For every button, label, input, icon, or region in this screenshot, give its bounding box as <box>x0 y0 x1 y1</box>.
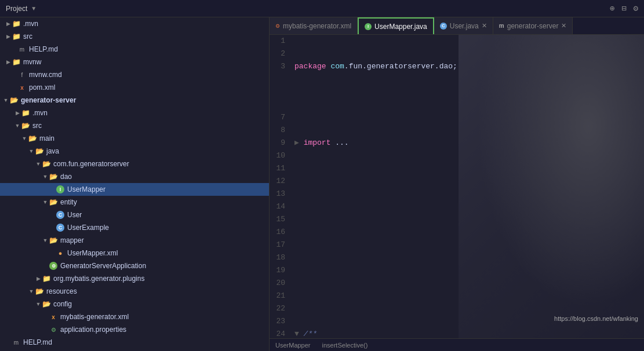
status-class: UserMapper <box>275 342 311 349</box>
arrow-icon: ▶ <box>5 21 12 27</box>
sidebar-item-src1[interactable]: ▶ 📁 src <box>0 30 269 43</box>
sidebar-item-label: config <box>53 300 72 308</box>
spring-icon: ⚙ <box>49 261 58 270</box>
sidebar-item-usermapperxml[interactable]: ● UserMapper.xml <box>0 247 269 259</box>
tab-generator-server[interactable]: m generator-server ✕ <box>493 17 573 34</box>
folder-icon: 📁 <box>42 274 51 283</box>
sidebar-item-label: GeneratorServerApplication <box>60 262 146 270</box>
title-icons: ⊕ ⊟ ⚙ <box>610 3 638 13</box>
sidebar-item-src2[interactable]: ▼ 📂 src <box>0 119 269 132</box>
arrow-icon: ▼ <box>2 97 9 103</box>
sidebar-item-userexample[interactable]: C UserExample <box>0 221 269 234</box>
class-icon: C <box>56 210 65 220</box>
xml-icon: ● <box>56 248 65 258</box>
sidebar-item-label: HELP.md <box>29 45 58 53</box>
arrow-icon: ▶ <box>5 59 12 65</box>
sidebar-item-appproperties[interactable]: ⚙ application.properties <box>0 323 269 336</box>
globe-icon[interactable]: ⊕ <box>610 3 614 13</box>
sidebar-item-java[interactable]: ▼ 📂 java <box>0 145 269 158</box>
sidebar-item-label: dao <box>60 173 72 181</box>
folder-icon: 📂 <box>42 159 51 169</box>
interface-icon: I <box>56 185 65 194</box>
tab-mybatis-generator-xml[interactable]: ⚙ mybatis-generator.xml <box>270 17 358 34</box>
tab-module-icon: m <box>499 23 504 29</box>
sidebar-item-generator-server-root[interactable]: ▼ 📂 generator-server <box>0 94 269 107</box>
sidebar-item-mapper[interactable]: ▼ 📂 mapper <box>0 234 269 247</box>
xml-icon: x <box>49 312 58 321</box>
editor-area: ⚙ mybatis-generator.xml I UserMapper.jav… <box>270 17 644 351</box>
sidebar[interactable]: ▶ 📁 .mvn ▶ 📁 src m HELP.md ▶ 📁 mvnw f mv… <box>0 17 270 351</box>
sidebar-item-config[interactable]: ▼ 📂 config <box>0 298 269 310</box>
code-editor[interactable]: 1 2 3 7 8 9 10 11 12 13 14 15 16 17 18 1… <box>270 35 644 338</box>
folder-icon: 📂 <box>9 96 19 105</box>
sidebar-item-label: entity <box>60 198 77 206</box>
arrow-icon: ▼ <box>28 288 35 294</box>
tab-label: UserMapper.java <box>374 23 427 31</box>
md-icon: m <box>17 45 27 54</box>
sidebar-item-helpmd2[interactable]: m HELP.md <box>0 336 269 349</box>
sidebar-item-mvnwcmd[interactable]: f mvnw.cmd <box>0 68 269 81</box>
sidebar-item-mybatisxml[interactable]: x mybatis-generator.xml <box>0 310 269 323</box>
folder-icon: 📂 <box>49 198 58 207</box>
settings-icon[interactable]: ⚙ <box>634 3 638 13</box>
tab-label: generator-server <box>507 22 559 30</box>
sidebar-item-generatorapp[interactable]: ⚙ GeneratorServerApplication <box>0 259 269 272</box>
sidebar-item-label: main <box>39 134 54 142</box>
sidebar-item-label: resources <box>46 287 77 295</box>
arrow-icon: ▼ <box>42 199 49 205</box>
sidebar-item-mvnw[interactable]: ▶ 📁 mvnw <box>0 56 269 68</box>
sidebar-item-dao[interactable]: ▼ 📂 dao <box>0 170 269 183</box>
sidebar-item-label: java <box>46 147 59 155</box>
arrow-icon: ▶ <box>35 276 42 281</box>
sidebar-item-label: mapper <box>60 236 84 244</box>
tab-xml-icon: ⚙ <box>275 23 280 29</box>
tab-label: mybatis-generator.xml <box>283 22 351 30</box>
tab-class-icon: C <box>440 23 447 30</box>
sidebar-item-user[interactable]: C User <box>0 209 269 221</box>
arrow-icon: ▼ <box>14 123 21 129</box>
tab-label: User.java <box>450 22 479 30</box>
sidebar-item-label: UserMapper <box>67 185 105 193</box>
sidebar-item-label: org.mybatis.generator.plugins <box>53 275 144 283</box>
tab-close-button[interactable]: ✕ <box>561 22 566 30</box>
sidebar-item-mvn2[interactable]: ▶ 📁 .mvn <box>0 107 269 119</box>
arrow-icon: ▼ <box>42 174 49 180</box>
sidebar-item-label: HELP.md <box>23 338 52 346</box>
md-icon: m <box>12 338 21 347</box>
sidebar-item-label: com.fun.generatorserver <box>53 160 129 168</box>
code-line-7 <box>294 290 639 302</box>
sidebar-item-label: generator-server <box>21 96 76 104</box>
sidebar-item-mvn1[interactable]: ▶ 📁 .mvn <box>0 17 269 30</box>
code-line-8: ▼ /** <box>294 328 639 338</box>
file-icon: f <box>17 70 27 79</box>
tab-user-java[interactable]: C User.java ✕ <box>434 17 493 34</box>
sidebar-item-resources[interactable]: ▼ 📂 resources <box>0 285 269 298</box>
status-bar: UserMapper insertSelective() <box>270 338 644 351</box>
split-icon[interactable]: ⊟ <box>621 3 626 13</box>
sidebar-item-usermapper[interactable]: I UserMapper <box>0 183 269 196</box>
sidebar-item-pomxml[interactable]: x pom.xml <box>0 81 269 94</box>
tab-close-button[interactable]: ✕ <box>482 22 487 30</box>
sidebar-item-mvnw2[interactable]: ▶ 📁 mvnw <box>0 349 269 351</box>
arrow-icon: ▶ <box>5 34 12 39</box>
sidebar-item-helpmd1[interactable]: m HELP.md <box>0 43 269 56</box>
folder-icon: 📂 <box>42 299 51 309</box>
title-bar: Project ▼ ⊕ ⊟ ⚙ <box>0 0 644 17</box>
project-label: Project <box>6 5 27 13</box>
sidebar-item-label: .mvn <box>32 109 48 117</box>
arrow-icon: ▶ <box>14 110 21 116</box>
tab-usermapper-java[interactable]: I UserMapper.java <box>358 17 434 34</box>
folder-icon: 📁 <box>12 19 21 28</box>
properties-icon: ⚙ <box>49 325 58 334</box>
sidebar-item-main[interactable]: ▼ 📂 main <box>0 132 269 145</box>
sidebar-item-package[interactable]: ▼ 📂 com.fun.generatorserver <box>0 158 269 170</box>
sidebar-item-entity[interactable]: ▼ 📂 entity <box>0 196 269 209</box>
sidebar-item-label: src <box>32 122 42 130</box>
class-icon: C <box>56 223 65 232</box>
folder-icon: 📁 <box>21 108 30 118</box>
sidebar-item-label: src <box>23 32 32 41</box>
folder-icon: 📂 <box>21 121 30 130</box>
sidebar-item-orgmybatis[interactable]: ▶ 📁 org.mybatis.generator.plugins <box>0 272 269 285</box>
xml-icon: x <box>17 83 27 92</box>
tab-interface-icon: I <box>365 23 372 30</box>
